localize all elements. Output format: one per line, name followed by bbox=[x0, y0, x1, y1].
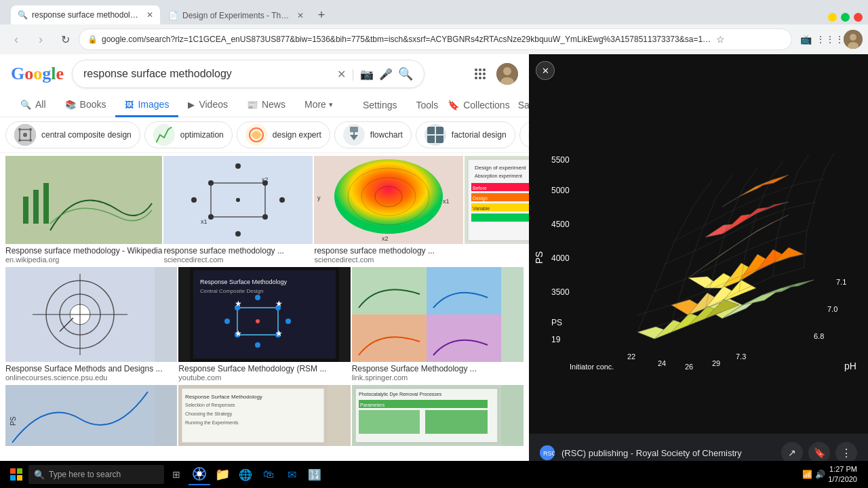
volume-icon[interactable]: 🔊 bbox=[815, 470, 825, 479]
collections-button[interactable]: 🔖 Collections bbox=[448, 100, 509, 110]
image-source-1: en.wikipedia.org bbox=[5, 256, 162, 264]
image-item-9[interactable]: Response Surface Methodology Selection o… bbox=[178, 385, 350, 446]
date-display: 1/7/2020 bbox=[828, 474, 857, 485]
profile-avatar[interactable] bbox=[844, 30, 863, 49]
svg-rect-46 bbox=[23, 197, 28, 224]
search-submit-icon[interactable]: 🔍 bbox=[398, 66, 413, 81]
source-icon: RSC bbox=[540, 445, 555, 460]
svg-rect-47 bbox=[33, 190, 39, 224]
svg-point-51 bbox=[208, 180, 214, 186]
tools-nav[interactable]: Tools bbox=[406, 94, 448, 116]
network-icon[interactable]: 📶 bbox=[802, 470, 812, 479]
image-title-2: response surface methodology ... bbox=[163, 246, 313, 256]
image-item-10[interactable]: Photocatalytic Dye Removal Processes Par… bbox=[352, 385, 524, 446]
more-label: More bbox=[304, 99, 326, 110]
close-button[interactable] bbox=[854, 13, 863, 22]
categories-bar: central composite design optimization de… bbox=[0, 117, 529, 153]
mail-taskbar[interactable]: ✉ bbox=[281, 464, 302, 485]
google-logo[interactable]: Google bbox=[11, 64, 64, 84]
image-item-6[interactable]: Response Surface Methodology Central Com… bbox=[178, 267, 350, 384]
svg-point-17 bbox=[23, 133, 27, 137]
page-content: Google response surface methodology ✕ | … bbox=[0, 54, 868, 488]
lightbox-close-button[interactable]: ✕ bbox=[536, 61, 555, 80]
safesearch-button[interactable]: SafeSearch ▾ bbox=[518, 100, 529, 110]
category-factorial[interactable]: factorial design bbox=[416, 121, 515, 148]
calculator-taskbar[interactable]: 🔢 bbox=[304, 464, 326, 485]
nav-images[interactable]: 🖼 Images bbox=[115, 94, 178, 117]
tab-inactive[interactable]: 📄 Design of Experiments - The Op... ✕ bbox=[161, 7, 311, 24]
new-tab-button[interactable]: + bbox=[312, 5, 331, 24]
svg-text:4500: 4500 bbox=[551, 220, 570, 229]
all-icon: 🔍 bbox=[20, 100, 31, 110]
image-item-8[interactable]: PS bbox=[5, 385, 177, 446]
user-avatar[interactable] bbox=[496, 63, 518, 85]
cast-button[interactable]: 📺 bbox=[795, 28, 816, 50]
image-search-icon[interactable]: 📷 bbox=[360, 68, 374, 81]
nav-more[interactable]: More ▾ bbox=[295, 94, 342, 117]
category-factorial-thumb bbox=[425, 124, 446, 146]
reload-button[interactable]: ↻ bbox=[54, 28, 76, 50]
tab-favicon: 🔍 bbox=[18, 10, 28, 20]
svg-rect-106 bbox=[352, 267, 427, 314]
nav-all[interactable]: 🔍 All bbox=[11, 94, 56, 117]
forward-button[interactable]: › bbox=[30, 28, 52, 50]
voice-search-icon[interactable]: 🎤 bbox=[379, 68, 393, 81]
settings-nav[interactable]: Settings bbox=[353, 94, 407, 116]
image-grid: Response surface methodology - Wikipedia… bbox=[0, 153, 529, 449]
image-item-2[interactable]: x1x2 response surface methodology ... sc… bbox=[163, 156, 313, 266]
svg-rect-184 bbox=[10, 475, 16, 481]
file-explorer-taskbar[interactable]: 📁 bbox=[212, 464, 233, 485]
image-item-5[interactable]: Response Surface Methods and Designs ...… bbox=[5, 267, 177, 384]
nav-videos[interactable]: ▶ Videos bbox=[178, 94, 237, 117]
apps-button[interactable]: ⋮⋮⋮ bbox=[819, 28, 841, 50]
nav-books-label: Books bbox=[80, 99, 106, 110]
category-poster[interactable]: poster bbox=[519, 121, 529, 148]
safesearch-label: SafeSearch bbox=[518, 100, 529, 110]
tab-active[interactable]: 🔍 response surface methodology ✕ bbox=[11, 5, 160, 24]
google-apps-button[interactable] bbox=[469, 63, 491, 85]
search-taskbar[interactable]: 🔍 Type here to search bbox=[28, 465, 164, 484]
address-bar[interactable]: 🔒 google.com/search?rlz=1C1GCEA_enUS873U… bbox=[79, 28, 792, 50]
svg-point-101 bbox=[256, 319, 260, 323]
svg-point-187 bbox=[197, 471, 202, 476]
star-icon[interactable]: ☆ bbox=[716, 34, 725, 45]
start-button[interactable] bbox=[5, 464, 27, 485]
edge-taskbar[interactable]: 🌐 bbox=[235, 464, 256, 485]
svg-rect-45 bbox=[9, 156, 159, 244]
back-button[interactable]: ‹ bbox=[5, 28, 27, 50]
svg-text:PS: PS bbox=[551, 318, 562, 327]
collections-label: Collections bbox=[463, 100, 509, 110]
image-item-3[interactable]: x1 x2 y response surface methodology ...… bbox=[314, 156, 463, 266]
chrome-taskbar-icon[interactable] bbox=[189, 464, 210, 485]
clear-search-icon[interactable]: ✕ bbox=[337, 68, 346, 81]
svg-text:y: y bbox=[317, 195, 321, 201]
search-bar[interactable]: response surface methodology ✕ | 📷 🎤 🔍 bbox=[72, 60, 425, 88]
svg-point-20 bbox=[18, 139, 21, 142]
svg-text:6.8: 6.8 bbox=[814, 332, 824, 340]
store-taskbar[interactable]: 🛍 bbox=[258, 464, 279, 485]
category-flowchart[interactable]: flowchart bbox=[334, 121, 412, 148]
image-item-7[interactable]: Response Surface Methodology ... link.sp… bbox=[352, 267, 524, 384]
minimize-button[interactable] bbox=[828, 13, 837, 22]
task-view-button[interactable]: ⊞ bbox=[165, 464, 187, 485]
svg-text:pH: pH bbox=[844, 361, 856, 371]
category-optimization[interactable]: optimization bbox=[144, 121, 233, 148]
svg-text:29: 29 bbox=[712, 359, 720, 367]
svg-rect-123 bbox=[359, 410, 420, 434]
category-design-expert[interactable]: design expert bbox=[237, 121, 330, 148]
svg-text:Response Surface Methodology: Response Surface Methodology bbox=[185, 394, 262, 400]
image-item-1[interactable]: Response surface methodology - Wikipedia… bbox=[5, 156, 162, 266]
svg-point-11 bbox=[483, 77, 486, 79]
image-row-2: Response Surface Methods and Designs ...… bbox=[5, 267, 524, 384]
maximize-button[interactable] bbox=[841, 13, 850, 22]
tab2-favicon: 📄 bbox=[168, 11, 178, 20]
tab-close-icon[interactable]: ✕ bbox=[146, 10, 153, 20]
image-item-4[interactable]: Design of experiment Absorption experime… bbox=[465, 156, 529, 266]
svg-text:4000: 4000 bbox=[551, 253, 570, 263]
nav-news[interactable]: 📰 News bbox=[237, 94, 295, 117]
category-central-composite[interactable]: central composite design bbox=[5, 121, 140, 148]
nav-books[interactable]: 📚 Books bbox=[56, 94, 116, 117]
clock[interactable]: 1:27 PM 1/7/2020 bbox=[828, 464, 857, 485]
image-caption-1: Response surface methodology - Wikipedia… bbox=[5, 244, 162, 266]
tab2-close-icon[interactable]: ✕ bbox=[297, 11, 304, 20]
